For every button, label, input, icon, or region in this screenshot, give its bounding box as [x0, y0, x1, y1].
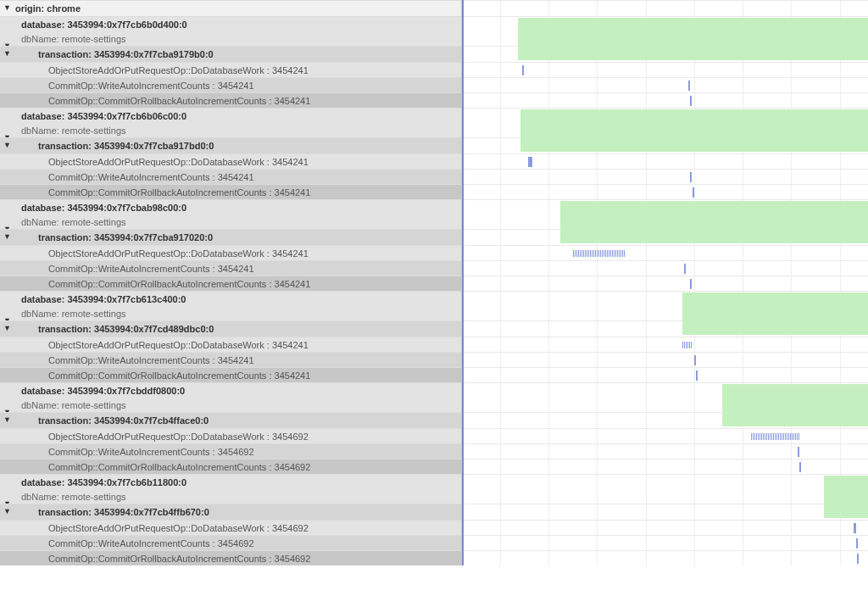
operation-row[interactable]: CommitOp::CommitOrRollbackAutoIncrementC…: [0, 276, 461, 291]
transaction-row[interactable]: ▼ transaction: 3453994:0x7f7cba9179b0:0: [0, 46, 461, 62]
event-marker[interactable]: [798, 447, 799, 457]
operation-row[interactable]: CommitOp::WriteAutoIncrementCounts : 345…: [0, 77, 461, 92]
dbname-row: ▼ dbName: remote-settings: [0, 215, 461, 229]
timeline-row: [464, 367, 868, 382]
dbname-row: ▼ dbName: remote-settings: [0, 490, 461, 504]
operation-row[interactable]: CommitOp::WriteAutoIncrementCounts : 345…: [0, 260, 461, 276]
event-marker[interactable]: [528, 157, 532, 167]
timeline-row: [464, 520, 868, 535]
database-row[interactable]: database: 3453994:0x7f7cb6b06c00:0: [0, 108, 461, 124]
timeline-row: [464, 412, 868, 428]
event-marker[interactable]: [693, 187, 694, 198]
database-row[interactable]: database: 3453994:0x7f7cb6b0d400:0: [0, 16, 461, 32]
event-marker[interactable]: [684, 264, 686, 274]
timeline-row: [464, 229, 868, 245]
database-row[interactable]: database: 3453994:0x7f7cbab98c00:0: [0, 199, 461, 215]
timeline-row: [464, 474, 868, 490]
operation-row[interactable]: ObjectStoreAddOrPutRequestOp::DoDatabase…: [0, 337, 461, 352]
chevron-down-icon[interactable]: ▼: [3, 141, 11, 149]
operation-row[interactable]: ObjectStoreAddOrPutRequestOp::DoDatabase…: [0, 153, 461, 169]
event-marker[interactable]: [799, 462, 801, 472]
event-marker[interactable]: [696, 370, 698, 381]
operation-row[interactable]: CommitOp::CommitOrRollbackAutoIncrementC…: [0, 550, 461, 565]
timeline-row: [464, 199, 868, 215]
timeline-row: [464, 137, 868, 153]
timeline-row: [464, 62, 868, 77]
timeline-row: [464, 77, 868, 92]
timeline-row: [464, 169, 868, 184]
event-marker[interactable]: [682, 342, 693, 348]
chevron-down-icon[interactable]: ▼: [3, 232, 11, 241]
operation-row[interactable]: ObjectStoreAddOrPutRequestOp::DoDatabase…: [0, 245, 461, 260]
event-marker[interactable]: [751, 433, 800, 440]
database-row[interactable]: database: 3453994:0x7f7cb6b11800:0: [0, 474, 461, 490]
timeline-row: [464, 184, 868, 199]
database-row[interactable]: database: 3453994:0x7f7cbddf0800:0: [0, 382, 461, 398]
operation-row[interactable]: CommitOp::WriteAutoIncrementCounts : 345…: [0, 443, 461, 459]
timeline-row: [464, 92, 868, 108]
timeline-row: [464, 550, 868, 565]
duration-bar[interactable]: [722, 398, 868, 426]
event-marker[interactable]: [690, 279, 692, 289]
timeline-row: [464, 153, 868, 169]
transaction-row[interactable]: ▼ transaction: 3453994:0x7f7cba917bd0:0: [0, 137, 461, 153]
timeline-row: [464, 16, 868, 32]
operation-row[interactable]: ObjectStoreAddOrPutRequestOp::DoDatabase…: [0, 428, 461, 443]
timeline-row: [464, 245, 868, 260]
timeline-row: [464, 535, 868, 550]
transaction-row[interactable]: ▼ transaction: 3453994:0x7f7cd489dbc0:0: [0, 320, 461, 337]
timeline-row: [464, 276, 868, 291]
event-marker[interactable]: [573, 250, 626, 257]
event-marker[interactable]: [522, 65, 524, 75]
duration-bar[interactable]: [682, 307, 868, 335]
event-marker[interactable]: [694, 355, 696, 365]
timeline-row: [464, 291, 868, 307]
chevron-down-icon[interactable]: ▼: [3, 415, 11, 424]
timeline-row: [464, 352, 868, 367]
dbname-row: ▼ dbName: remote-settings: [0, 307, 461, 320]
origin-row[interactable]: ▼ origin: chrome: [0, 0, 461, 16]
origin-label: origin: chrome: [0, 1, 81, 16]
timeline-row: [464, 108, 868, 124]
duration-bar[interactable]: [824, 490, 868, 518]
timeline-row: [464, 0, 868, 16]
duration-bar[interactable]: [518, 32, 868, 60]
profiler-view: ▼ origin: chrome database: 3453994:0x7f7…: [0, 0, 868, 565]
chevron-down-icon[interactable]: ▼: [3, 3, 11, 12]
chevron-down-icon[interactable]: ▼: [3, 324, 11, 332]
operation-row[interactable]: CommitOp::CommitOrRollbackAutoIncrementC…: [0, 184, 461, 199]
dbname-row: ▼ dbName: remote-settings: [0, 398, 461, 412]
transaction-row[interactable]: ▼ transaction: 3453994:0x7f7cba917020:0: [0, 229, 461, 245]
operation-row[interactable]: ObjectStoreAddOrPutRequestOp::DoDatabase…: [0, 520, 461, 535]
tree-panel: ▼ origin: chrome database: 3453994:0x7f7…: [0, 0, 462, 565]
transaction-row[interactable]: ▼ transaction: 3453994:0x7f7cb4fface0:0: [0, 412, 461, 428]
event-marker[interactable]: [688, 81, 690, 91]
timeline-row: [464, 382, 868, 398]
operation-row[interactable]: CommitOp::WriteAutoIncrementCounts : 345…: [0, 169, 461, 184]
operation-row[interactable]: CommitOp::CommitOrRollbackAutoIncrementC…: [0, 92, 461, 108]
operation-row[interactable]: CommitOp::CommitOrRollbackAutoIncrementC…: [0, 367, 461, 382]
duration-bar[interactable]: [520, 124, 868, 152]
transaction-row[interactable]: ▼ transaction: 3453994:0x7f7cb4ffb670:0: [0, 504, 461, 520]
timeline-row: [464, 459, 868, 474]
event-marker[interactable]: [690, 96, 692, 106]
dbname-row: ▼ dbName: remote-settings: [0, 32, 461, 46]
operation-row[interactable]: ObjectStoreAddOrPutRequestOp::DoDatabase…: [0, 62, 461, 77]
database-row[interactable]: database: 3453994:0x7f7cb613c400:0: [0, 291, 461, 307]
operation-row[interactable]: CommitOp::CommitOrRollbackAutoIncrementC…: [0, 459, 461, 474]
operation-row[interactable]: CommitOp::WriteAutoIncrementCounts : 345…: [0, 535, 461, 550]
timeline-row: [464, 337, 868, 352]
event-marker[interactable]: [857, 554, 859, 564]
timeline-row: [464, 443, 868, 459]
event-marker[interactable]: [856, 538, 858, 549]
timeline-row: [464, 504, 868, 520]
chevron-down-icon[interactable]: ▼: [3, 49, 11, 58]
dbname-row: ▼ dbName: remote-settings: [0, 124, 461, 137]
event-marker[interactable]: [854, 523, 856, 533]
operation-row[interactable]: CommitOp::WriteAutoIncrementCounts : 345…: [0, 352, 461, 367]
chevron-down-icon[interactable]: ▼: [3, 507, 11, 515]
event-marker[interactable]: [690, 172, 692, 182]
timeline-panel: [462, 0, 868, 565]
duration-bar[interactable]: [560, 215, 868, 243]
timeline-row: [464, 260, 868, 276]
